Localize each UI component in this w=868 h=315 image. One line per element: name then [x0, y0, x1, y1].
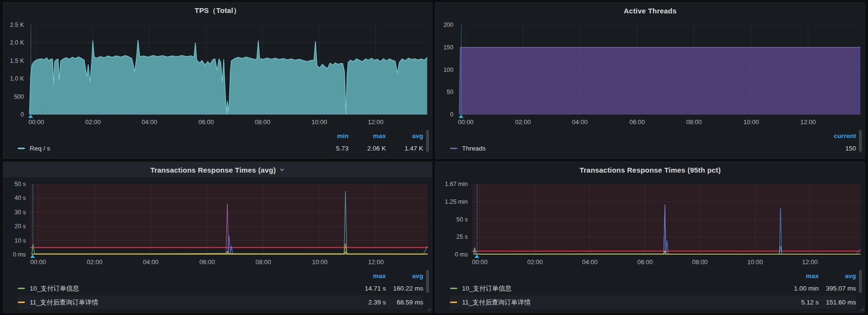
legend-stat-value: 151.60 ms	[819, 299, 856, 306]
chart-svg	[28, 25, 428, 115]
x-axis: 00:0002:0004:0006:0008:0010:0012:00	[28, 115, 428, 129]
y-axis: 1.67 min1.25 min50 s25 s0 ms	[436, 184, 472, 255]
x-axis-label: 06:00	[198, 118, 214, 126]
x-axis-label: 10:00	[312, 118, 327, 126]
series-name[interactable]: Req / s	[30, 145, 50, 152]
y-axis: 2.5 K2.0 K1.5 K1.0 K5000	[3, 25, 28, 115]
x-axis-label: 08:00	[692, 258, 708, 266]
x-axis: 00:0002:0004:0006:0008:0010:0012:00	[30, 255, 428, 269]
panel-3: Transactions Response Times (avg)50 s40 …	[3, 162, 432, 313]
x-axis-label: 00:00	[30, 258, 46, 266]
panel-header: Active Threads	[436, 3, 865, 18]
legend-stat-header[interactable]: avg	[386, 272, 423, 280]
legend-stat-header[interactable]: min	[311, 132, 349, 140]
x-axis-label: 10:00	[312, 258, 328, 266]
annotation-line	[31, 25, 31, 115]
x-axis: 00:0002:0004:0006:0008:0010:0012:00	[472, 255, 861, 269]
series-name[interactable]: 10_支付订单信息	[30, 284, 79, 293]
y-axis-label: 2.0 K	[10, 39, 24, 46]
x-axis-label: 02:00	[515, 118, 531, 126]
legend-stat-header[interactable]: current	[819, 132, 856, 140]
x-axis-label: 00:00	[458, 118, 474, 126]
legend-stat-value: 395.07 ms	[819, 285, 856, 292]
plot-area[interactable]	[30, 184, 428, 255]
legend-stat-value: 1.47 K	[386, 145, 423, 152]
series-color-dash-icon[interactable]	[18, 302, 25, 303]
legend-stat-value: 5.73	[311, 145, 349, 152]
x-axis-label: 10:00	[747, 258, 763, 266]
y-axis-label: 30 s	[14, 209, 26, 216]
y-axis-label: 150	[443, 44, 453, 51]
legend-stat-value: 150	[819, 145, 856, 152]
legend-header-row: minmaxavg	[18, 130, 423, 141]
y-axis-label: 0 ms	[13, 251, 26, 258]
legend-scrollbar[interactable]	[426, 130, 429, 152]
annotation-marker-icon[interactable]	[30, 255, 35, 258]
x-axis-label: 02:00	[527, 258, 543, 266]
legend-scrollbar[interactable]	[859, 130, 862, 152]
panel-title[interactable]: Transactions Response Times (95th pct)	[580, 166, 721, 174]
annotation-marker-icon[interactable]	[28, 115, 33, 118]
x-axis-label: 10:00	[744, 118, 759, 126]
series-color-dash-icon[interactable]	[450, 148, 457, 149]
x-axis-label: 12:00	[802, 258, 818, 266]
x-axis-label: 06:00	[200, 258, 215, 266]
x-axis-label: 04:00	[582, 258, 598, 266]
panel-title[interactable]: TPS（Total）	[195, 6, 241, 15]
annotation-marker-icon[interactable]	[459, 115, 463, 118]
legend-stat-value: 68.59 ms	[386, 299, 423, 306]
x-axis-label: 00:00	[472, 258, 488, 266]
y-axis-label: 1.25 min	[445, 198, 468, 205]
y-axis-label: 500	[14, 93, 24, 100]
plot-area[interactable]	[458, 25, 861, 115]
series-name[interactable]: 10_支付订单信息	[462, 284, 512, 293]
annotation-marker-icon[interactable]	[474, 255, 479, 258]
chart-svg	[30, 184, 428, 255]
x-axis-label: 12:00	[800, 118, 816, 126]
x-axis-label: 08:00	[255, 118, 271, 126]
series-name[interactable]: 11_支付后查询订单详情	[30, 298, 98, 307]
series-color-dash-icon[interactable]	[450, 302, 457, 303]
x-axis-label: 06:00	[629, 118, 645, 126]
y-axis-label: 2.5 K	[10, 22, 24, 28]
y-axis-label: 0	[21, 111, 24, 118]
y-axis-label: 20 s	[14, 223, 26, 230]
y-axis-label: 0	[450, 111, 453, 118]
legend-row: Threads150	[450, 141, 856, 155]
legend-stat-header[interactable]: max	[349, 132, 386, 140]
legend-row: Req / s5.732.06 K1.47 K	[18, 141, 423, 155]
legend-stat-value: 2.06 K	[349, 145, 386, 152]
panel-4: Transactions Response Times (95th pct)1.…	[435, 162, 865, 313]
legend-stat-value: 14.71 s	[349, 285, 386, 292]
legend-scrollbar[interactable]	[426, 270, 429, 293]
legend-stat-value: 1.00 min	[781, 285, 819, 292]
series-color-dash-icon[interactable]	[450, 288, 457, 289]
panel-header: Transactions Response Times (avg)	[3, 162, 432, 177]
legend-stat-header[interactable]: avg	[386, 132, 423, 140]
legend-scrollbar[interactable]	[859, 270, 862, 293]
panel-1: TPS（Total）2.5 K2.0 K1.5 K1.0 K500000:000…	[3, 2, 432, 159]
legend-stat-header[interactable]: avg	[819, 272, 856, 280]
y-axis-label: 25 s	[456, 233, 468, 240]
series-color-dash-icon[interactable]	[18, 148, 25, 149]
panel-title[interactable]: Active Threads	[624, 7, 676, 15]
series-color-dash-icon[interactable]	[18, 288, 25, 289]
plot-area[interactable]	[28, 25, 428, 115]
legend-stat-header[interactable]: max	[781, 272, 819, 280]
legend-row: 10_支付订单信息14.71 s160.22 ms	[18, 281, 423, 295]
y-axis: 200150100500	[436, 25, 458, 115]
legend-stat-header[interactable]: max	[349, 272, 386, 280]
panel-menu-chevron-icon[interactable]	[279, 167, 285, 173]
plot-area[interactable]	[472, 184, 861, 255]
chart-svg	[472, 184, 861, 255]
panel-title[interactable]: Transactions Response Times (avg)	[150, 166, 276, 174]
annotation-line	[33, 184, 33, 255]
legend-stat-value: 160.22 ms	[386, 285, 423, 292]
panel-header: TPS（Total）	[3, 3, 432, 18]
legend: minmaxavgReq / s5.732.06 K1.47 K	[3, 129, 432, 158]
series-name[interactable]: 11_支付后查询订单详情	[462, 298, 530, 307]
y-axis-label: 1.0 K	[10, 75, 24, 82]
series-name[interactable]: Threads	[462, 145, 486, 152]
y-axis-label: 100	[443, 67, 453, 73]
legend-stat-value: 5.12 s	[781, 299, 819, 306]
